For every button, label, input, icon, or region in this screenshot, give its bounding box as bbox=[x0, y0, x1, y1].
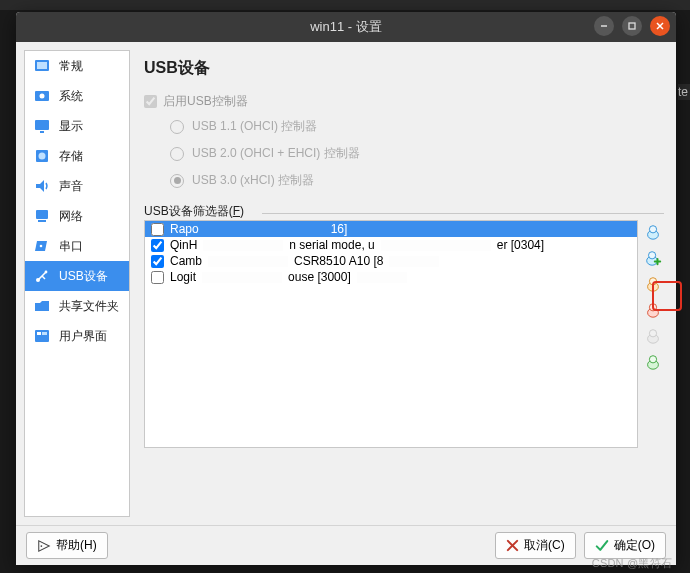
add-from-device-filter-icon[interactable] bbox=[643, 248, 663, 268]
svg-rect-9 bbox=[40, 131, 44, 133]
help-icon bbox=[37, 539, 51, 553]
enable-usb-checkbox[interactable] bbox=[144, 95, 157, 108]
page-title: USB设备 bbox=[144, 58, 668, 79]
general-icon bbox=[33, 57, 51, 75]
sidebar-item-storage[interactable]: 存储 bbox=[25, 141, 129, 171]
settings-window: win11 - 设置 常规系统显示存储声音网络串口USB设备共享文件夹用户界面 … bbox=[16, 12, 676, 565]
ok-icon bbox=[595, 539, 609, 552]
maximize-button[interactable] bbox=[622, 16, 642, 36]
audio-icon bbox=[33, 177, 51, 195]
sidebar-item-system[interactable]: 系统 bbox=[25, 81, 129, 111]
svg-rect-8 bbox=[35, 120, 49, 130]
usb-icon bbox=[33, 267, 51, 285]
svg-point-11 bbox=[39, 153, 46, 160]
filter-checkbox[interactable] bbox=[151, 223, 164, 236]
cancel-button[interactable]: 取消(C) bbox=[495, 532, 576, 559]
filter-checkbox[interactable] bbox=[151, 271, 164, 284]
storage-icon bbox=[33, 147, 51, 165]
add-empty-filter-icon[interactable] bbox=[643, 222, 663, 242]
window-title: win11 - 设置 bbox=[310, 18, 382, 36]
cancel-icon bbox=[506, 539, 519, 552]
filter-checkbox[interactable] bbox=[151, 255, 164, 268]
titlebar: win11 - 设置 bbox=[16, 12, 676, 42]
enable-usb-label: 启用USB控制器 bbox=[163, 93, 248, 110]
sidebar-item-ui[interactable]: 用户界面 bbox=[25, 321, 129, 351]
system-icon bbox=[33, 87, 51, 105]
sidebar-item-network[interactable]: 网络 bbox=[25, 201, 129, 231]
radio-icon bbox=[170, 147, 184, 161]
svg-rect-21 bbox=[42, 332, 47, 335]
sidebar-item-audio[interactable]: 声音 bbox=[25, 171, 129, 201]
svg-rect-12 bbox=[36, 210, 48, 219]
usb-filter-row[interactable]: Rapo16] bbox=[145, 221, 637, 237]
svg-point-14 bbox=[40, 245, 43, 248]
filter-toolbar bbox=[642, 220, 664, 448]
ui-icon bbox=[33, 327, 51, 345]
usb-filter-list[interactable]: Rapo16]QinHn serial mode, uer [0304]Camb… bbox=[144, 220, 638, 448]
svg-rect-5 bbox=[37, 62, 47, 69]
svg-rect-13 bbox=[38, 220, 46, 222]
svg-point-35 bbox=[649, 356, 656, 363]
svg-point-33 bbox=[649, 330, 656, 337]
settings-sidebar: 常规系统显示存储声音网络串口USB设备共享文件夹用户界面 bbox=[24, 50, 130, 517]
svg-point-36 bbox=[41, 545, 43, 547]
settings-main: USB设备 启用USB控制器 USB 1.1 (OHCI) 控制器USB 2.0… bbox=[134, 50, 668, 517]
svg-rect-20 bbox=[37, 332, 41, 335]
display-icon bbox=[33, 117, 51, 135]
sidebar-item-general[interactable]: 常规 bbox=[25, 51, 129, 81]
svg-line-18 bbox=[42, 276, 45, 279]
svg-point-17 bbox=[45, 271, 48, 274]
svg-point-31 bbox=[649, 304, 656, 311]
edit-filter-icon[interactable] bbox=[643, 274, 663, 294]
enable-usb-checkbox-row[interactable]: 启用USB控制器 bbox=[144, 93, 668, 110]
usb-controller-radio-0[interactable]: USB 1.1 (OHCI) 控制器 bbox=[170, 118, 668, 135]
remove-filter-icon[interactable] bbox=[643, 300, 663, 320]
radio-icon bbox=[170, 120, 184, 134]
filter-checkbox[interactable] bbox=[151, 239, 164, 252]
sidebar-item-shared[interactable]: 共享文件夹 bbox=[25, 291, 129, 321]
close-button[interactable] bbox=[650, 16, 670, 36]
minimize-button[interactable] bbox=[594, 16, 614, 36]
sidebar-item-display[interactable]: 显示 bbox=[25, 111, 129, 141]
svg-point-23 bbox=[649, 226, 656, 233]
network-icon bbox=[33, 207, 51, 225]
sidebar-item-serial[interactable]: 串口 bbox=[25, 231, 129, 261]
svg-rect-1 bbox=[629, 23, 635, 29]
move-filter-up-icon[interactable] bbox=[643, 326, 663, 346]
usb-filter-row[interactable]: Logitouse [3000] bbox=[145, 269, 637, 285]
move-filter-down-icon[interactable] bbox=[643, 352, 663, 372]
svg-point-25 bbox=[649, 252, 656, 259]
svg-point-29 bbox=[649, 278, 656, 285]
dialog-footer: 帮助(H) 取消(C) 确定(O) bbox=[16, 525, 676, 565]
serial-icon bbox=[33, 237, 51, 255]
watermark: CSDN @黑符石 bbox=[592, 556, 672, 571]
ok-button[interactable]: 确定(O) bbox=[584, 532, 666, 559]
usb-filter-row[interactable]: CambCSR8510 A10 [8 bbox=[145, 253, 637, 269]
usb-controller-radio-2[interactable]: USB 3.0 (xHCI) 控制器 bbox=[170, 172, 668, 189]
usb-controller-radio-1[interactable]: USB 2.0 (OHCI + EHCI) 控制器 bbox=[170, 145, 668, 162]
svg-rect-19 bbox=[35, 330, 49, 342]
radio-icon bbox=[170, 174, 184, 188]
svg-point-7 bbox=[40, 94, 45, 99]
help-button[interactable]: 帮助(H) bbox=[26, 532, 108, 559]
shared-icon bbox=[33, 297, 51, 315]
sidebar-item-usb[interactable]: USB设备 bbox=[25, 261, 129, 291]
usb-filter-row[interactable]: QinHn serial mode, uer [0304] bbox=[145, 237, 637, 253]
usb-controller-radios: USB 1.1 (OHCI) 控制器USB 2.0 (OHCI + EHCI) … bbox=[170, 118, 668, 189]
filter-fieldset-label: USB设备筛选器(F) bbox=[144, 203, 664, 220]
